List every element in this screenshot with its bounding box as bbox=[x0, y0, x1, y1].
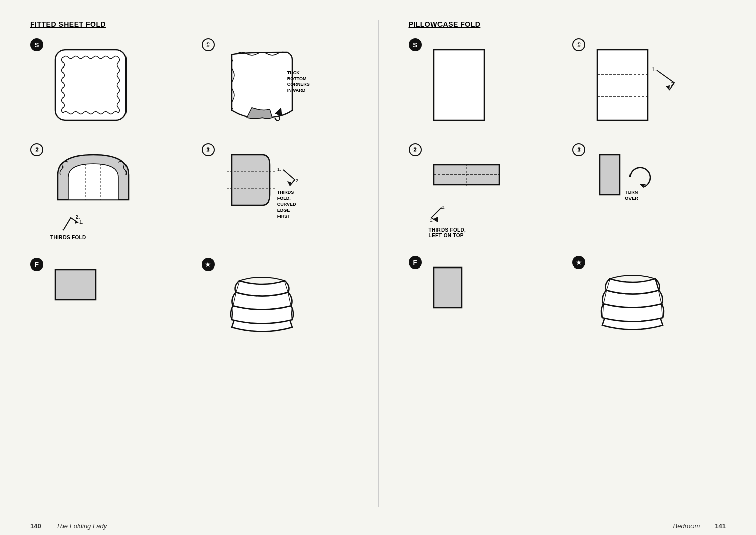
left-title: FITTED SHEET FOLD bbox=[30, 20, 363, 28]
fitted-sheet-step-s: S bbox=[30, 38, 192, 128]
section-name: Bedroom bbox=[673, 522, 700, 530]
svg-text:2.: 2. bbox=[442, 205, 446, 210]
pillow-step-1: ① 1. bbox=[572, 38, 726, 128]
step-f-circle: F bbox=[30, 258, 43, 271]
book-title: The Folding Lady bbox=[56, 522, 107, 530]
step-1-circle: ① bbox=[202, 38, 215, 51]
page-number-right: 141 bbox=[715, 522, 726, 530]
pillow-star-circle: ★ bbox=[572, 256, 585, 269]
pillow-s-circle: S bbox=[409, 38, 422, 51]
pillow-final-f: F bbox=[409, 256, 562, 337]
svg-rect-12 bbox=[434, 50, 484, 120]
pillow-f-circle: F bbox=[409, 256, 422, 269]
pillow-2-diagram: 2. 1. THIRDS FOLD,LEFT ON TOP bbox=[429, 150, 505, 238]
left-section: FITTED SHEET FOLD S bbox=[30, 20, 378, 507]
pillow-step-3: ③ TURNOVER bbox=[572, 143, 726, 224]
page-number-left: 140 bbox=[30, 522, 41, 530]
pillow-f-diagram bbox=[429, 262, 467, 313]
svg-rect-29 bbox=[434, 268, 462, 308]
svg-text:1.: 1. bbox=[79, 219, 83, 225]
svg-rect-11 bbox=[55, 270, 96, 300]
svg-text:1.: 1. bbox=[652, 66, 656, 72]
turn-over-label: TURNOVER bbox=[625, 190, 638, 202]
pillow-step-s: S bbox=[409, 38, 562, 128]
pillow-star-diagram bbox=[592, 262, 673, 333]
pillow-1-diagram: 1. 2. bbox=[592, 45, 658, 125]
svg-marker-17 bbox=[666, 85, 670, 90]
thirds-curved-label: THIRDSFOLD,CURVEDEDGEFIRST bbox=[277, 190, 296, 219]
step-3-circle: ③ bbox=[202, 143, 215, 156]
step-s-circle: S bbox=[30, 38, 43, 51]
footer: 140 The Folding Lady Bedroom 141 bbox=[0, 517, 756, 535]
fitted-3-diagram: 1. 2. THIRDSFOLD,CURVEDEDGEFIRST bbox=[222, 150, 287, 210]
step-star-circle: ★ bbox=[202, 258, 215, 271]
right-section: PILLOWCASE FOLD S ① bbox=[378, 20, 726, 507]
footer-right: Bedroom 141 bbox=[673, 522, 726, 530]
fitted-sheet-step-1: ① bbox=[202, 38, 363, 128]
svg-rect-0 bbox=[55, 50, 126, 120]
svg-rect-13 bbox=[597, 50, 648, 120]
thirds-fold-label: THIRDS FOLD bbox=[50, 235, 136, 240]
fitted-2-diagram: 2. 1. THIRDS FOLD bbox=[50, 150, 136, 240]
footer-left: 140 The Folding Lady bbox=[30, 522, 107, 530]
pillow-1-circle: ① bbox=[572, 38, 585, 51]
fitted-sheet-final-f: F bbox=[30, 258, 192, 339]
svg-text:2.: 2. bbox=[296, 178, 300, 183]
fitted-star-diagram bbox=[222, 264, 302, 335]
svg-rect-27 bbox=[600, 155, 620, 195]
right-title: PILLOWCASE FOLD bbox=[409, 20, 726, 28]
pillow-3-diagram: TURNOVER bbox=[592, 150, 633, 200]
fitted-s-diagram bbox=[50, 45, 131, 125]
pillow-2-circle: ② bbox=[409, 143, 422, 156]
page: FITTED SHEET FOLD S bbox=[0, 0, 756, 535]
fitted-sheet-step-3: ③ 1. bbox=[202, 143, 363, 224]
fitted-1-diagram: TUCKBOTTOMCORNERSINWARD bbox=[222, 45, 302, 125]
main-content: FITTED SHEET FOLD S bbox=[0, 0, 756, 517]
svg-text:1.: 1. bbox=[277, 167, 281, 172]
tuck-label: TUCKBOTTOMCORNERSINWARD bbox=[287, 70, 310, 94]
fitted-sheet-final-star: ★ bbox=[202, 258, 363, 339]
pillow-step-2: ② bbox=[409, 143, 562, 241]
pillow-final-star: ★ bbox=[572, 256, 726, 337]
thirds-left-label: THIRDS FOLD,LEFT ON TOP bbox=[429, 227, 505, 238]
fitted-sheet-step-2: ② bbox=[30, 143, 192, 243]
svg-text:2.: 2. bbox=[671, 82, 675, 87]
pillow-3-circle: ③ bbox=[572, 143, 585, 156]
pillow-s-diagram bbox=[429, 45, 489, 125]
fitted-f-diagram bbox=[50, 264, 101, 305]
svg-text:1.: 1. bbox=[430, 218, 434, 223]
step-2-circle: ② bbox=[30, 143, 43, 156]
